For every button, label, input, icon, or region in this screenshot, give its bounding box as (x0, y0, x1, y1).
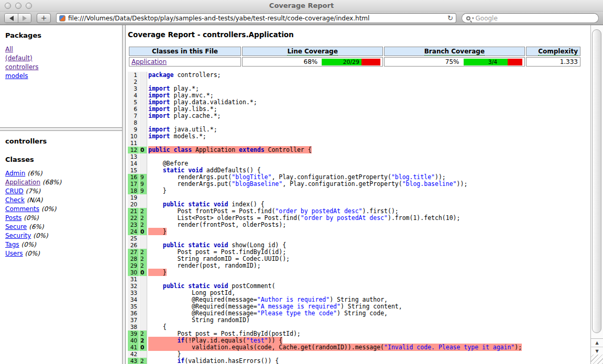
report-title: Coverage Report - controllers.Applicatio… (128, 30, 590, 39)
class-link[interactable]: Check (5, 196, 25, 204)
line-number: 13 (128, 153, 139, 160)
source-line: if(validation.hasErrors()) { (148, 358, 279, 364)
source-line: renderArgs.put("blogBaseline", Play.conf… (148, 181, 467, 187)
class-link[interactable]: Application (5, 179, 40, 186)
add-bookmark-button[interactable]: + (37, 13, 51, 23)
hit-count (139, 276, 147, 283)
forward-button[interactable] (18, 14, 31, 23)
frame-divider-horizontal[interactable] (0, 127, 122, 131)
class-link[interactable]: Comments (5, 205, 39, 213)
source-row: 1package controllers; (128, 72, 590, 79)
hit-count: 0 (139, 147, 147, 153)
line-number: 36 (128, 310, 139, 317)
source-line: } (148, 269, 167, 276)
source-row: 179 renderArgs.put("blogBaseline", Play.… (128, 181, 590, 187)
hit-count (139, 79, 147, 85)
class-percent: (0%) (25, 250, 40, 257)
history-nav (4, 13, 31, 23)
hit-count (139, 167, 147, 174)
hit-count (139, 303, 147, 310)
line-number: 35 (128, 303, 139, 310)
hit-count (139, 99, 147, 106)
source-line: public class Application extends Control… (148, 147, 312, 153)
class-link[interactable]: Tags (5, 241, 19, 248)
line-number: 19 (128, 194, 139, 201)
class-list-item: Users(0%) (5, 249, 117, 258)
hit-count: 2 (139, 337, 147, 344)
resize-grip[interactable] (591, 355, 603, 364)
hit-count (139, 72, 147, 79)
class-percent: (68%) (42, 179, 61, 186)
class-link[interactable]: Users (5, 250, 23, 257)
line-number: 29 (128, 262, 139, 269)
class-link[interactable]: Admin (5, 170, 25, 177)
line-number: 37 (128, 317, 139, 324)
scrollbar-thumb[interactable] (592, 29, 601, 333)
source-row: 37 String randomID) (128, 317, 590, 324)
search-input[interactable] (476, 15, 594, 22)
line-number: 1 (128, 72, 139, 79)
class-name-link[interactable]: Application (131, 58, 167, 65)
address-bar[interactable]: ↻ (56, 13, 456, 23)
address-input[interactable] (68, 15, 445, 22)
class-percent: (N/A) (27, 196, 43, 204)
hit-count: 2 (139, 222, 147, 228)
line-number: 9 (128, 126, 139, 133)
hit-count: 2 (139, 256, 147, 262)
hit-count: 2 (139, 262, 147, 269)
line-number: 22 (128, 215, 139, 222)
line-number: 12 (128, 147, 139, 153)
line-number: 10 (128, 133, 139, 140)
scroll-down-button[interactable]: ▼ (591, 347, 603, 355)
source-row: 120public class Application extends Cont… (128, 147, 590, 153)
class-list-item: Admin(6%) (5, 169, 117, 178)
packages-list: All(default)controllersmodels (5, 45, 117, 81)
class-percent: (0%) (21, 241, 36, 248)
line-number: 11 (128, 140, 139, 147)
source-row: 232 render(frontPost, olderPosts); (128, 222, 590, 228)
hit-count: 0 (139, 228, 147, 235)
class-link[interactable]: Secure (5, 223, 27, 230)
hit-count: 0 (139, 344, 147, 351)
hit-count (139, 235, 147, 242)
line-number: 31 (128, 276, 139, 283)
class-percent: (0%) (33, 232, 48, 239)
frame-divider-vertical[interactable] (122, 25, 126, 364)
line-number: 7 (128, 113, 139, 119)
report-frame: Coverage Report - controllers.Applicatio… (126, 25, 590, 364)
package-link[interactable]: All (5, 45, 13, 54)
line-number: 27 (128, 249, 139, 256)
class-list-item: Tags(0%) (5, 240, 117, 249)
scroll-up-button[interactable]: ▲ (591, 339, 603, 347)
class-link[interactable]: CRUD (5, 187, 24, 195)
hit-count: 9 (139, 181, 147, 187)
package-link[interactable]: models (5, 72, 28, 81)
line-number: 14 (128, 160, 139, 167)
source-row: 10import models.*; (128, 133, 590, 140)
hit-count (139, 317, 147, 324)
line-number: 39 (128, 330, 139, 337)
page-favicon-icon (59, 15, 65, 21)
complexity-value: 1.333 (526, 57, 581, 67)
class-list-item: Posts(0%) (5, 214, 117, 223)
class-link[interactable]: Security (5, 232, 31, 239)
line-number: 3 (128, 85, 139, 92)
search-field[interactable]: ▾ (462, 13, 599, 23)
branch-coverage-bar: 3/4 (464, 59, 522, 65)
line-number: 38 (128, 324, 139, 330)
back-button[interactable] (5, 14, 18, 23)
hit-count: 2 (139, 215, 147, 222)
reload-icon[interactable]: ↻ (447, 15, 453, 21)
packages-frame: Packages All(default)controllersmodels (0, 25, 122, 127)
hit-count (139, 85, 147, 92)
search-dropdown-icon[interactable]: ▾ (472, 16, 474, 20)
line-number: 33 (128, 290, 139, 296)
package-link[interactable]: controllers (5, 63, 39, 72)
line-number: 21 (128, 208, 139, 215)
line-number: 5 (128, 99, 139, 106)
scrollbar[interactable]: ▲ ▼ (590, 25, 603, 364)
col-header-branch-coverage: Branch Coverage (384, 47, 524, 56)
class-link[interactable]: Posts (5, 214, 21, 222)
table-row: Application 68% 20/29 75% (129, 57, 580, 67)
package-link[interactable]: (default) (5, 54, 32, 63)
